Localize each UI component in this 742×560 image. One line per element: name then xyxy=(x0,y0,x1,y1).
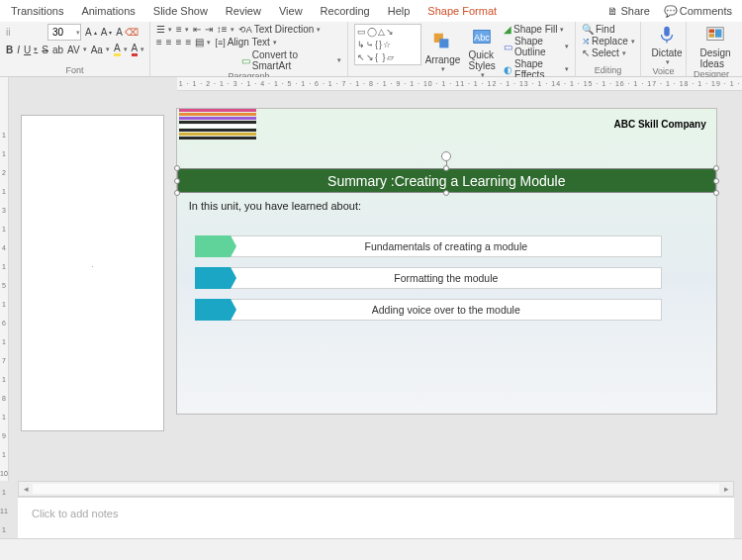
resize-handle[interactable] xyxy=(443,165,449,171)
notes-placeholder: Click to add notes xyxy=(32,508,118,519)
svg-rect-7 xyxy=(709,34,715,38)
slide-thumbnails-panel[interactable]: · xyxy=(9,91,177,481)
intro-text: In this unit, you have learned about: xyxy=(189,200,361,212)
effects-icon: ◐ xyxy=(504,64,512,75)
list-item[interactable]: Formatting the module xyxy=(195,267,662,289)
resize-handle[interactable] xyxy=(713,178,719,184)
font-size-input[interactable]: 30▾ xyxy=(47,24,81,41)
decrease-font-icon[interactable]: A▾ xyxy=(101,27,113,38)
svg-rect-6 xyxy=(709,30,715,34)
item-label: Formatting the module xyxy=(231,267,662,289)
vertical-ruler: 11213141516171819110111112113114115116 xyxy=(0,77,9,481)
horizontal-ruler: 1 · 1 · 2 · 1 · 3 · 1 · 4 · 1 · 5 · 1 · … xyxy=(177,77,742,91)
design-ideas-icon xyxy=(704,24,726,46)
svg-rect-4 xyxy=(664,27,670,37)
slide-thumbnail[interactable]: · xyxy=(21,115,164,431)
char-spacing-button[interactable]: AV xyxy=(67,45,87,55)
status-bar xyxy=(0,538,742,560)
clear-format-icon[interactable]: A⌫ xyxy=(116,27,139,38)
tab-recording[interactable]: Recording xyxy=(312,2,379,20)
bullets-button[interactable]: ☰ xyxy=(156,24,172,35)
align-center-button[interactable]: ≡ xyxy=(166,37,172,47)
group-label-editing: Editing xyxy=(582,65,634,76)
select-button[interactable]: ↖ Select xyxy=(582,47,634,58)
text-direction-button[interactable]: ⟲A Text Direction xyxy=(238,24,322,35)
tab-animations[interactable]: Animations xyxy=(72,2,143,20)
outline-icon: ▭ xyxy=(504,42,512,52)
share-button[interactable]: 🗎Share xyxy=(607,5,649,18)
indent-decrease-button[interactable]: ⇤ xyxy=(193,24,201,35)
tab-help[interactable]: Help xyxy=(379,2,419,20)
comments-button[interactable]: 💬Comments xyxy=(664,5,732,18)
change-case-button[interactable]: Aa xyxy=(91,45,110,55)
item-tag xyxy=(195,299,231,321)
list-item[interactable]: Adding voice over to the module xyxy=(195,299,662,321)
ribbon: ii 30▾ A▴ A▾ A⌫ B I U S ab AV Aa A A Fon… xyxy=(0,22,742,77)
justify-button[interactable]: ≡ xyxy=(186,37,192,47)
paint-bucket-icon: ◢ xyxy=(504,24,511,35)
arrange-button[interactable]: Arrange xyxy=(425,24,461,80)
group-label-font: Font xyxy=(6,65,143,76)
resize-handle[interactable] xyxy=(174,178,180,184)
tab-transitions[interactable]: Transitions xyxy=(2,2,72,20)
find-button[interactable]: 🔍 Find xyxy=(582,24,634,35)
item-label: Fundamentals of creating a module xyxy=(231,235,662,257)
rotate-handle-icon[interactable] xyxy=(441,151,451,161)
tab-view[interactable]: View xyxy=(270,2,312,20)
list-item[interactable]: Fundamentals of creating a module xyxy=(195,235,662,257)
line-spacing-button[interactable]: ↕≡ xyxy=(217,24,234,35)
font-color-button[interactable]: A xyxy=(132,43,145,56)
microphone-icon xyxy=(656,24,678,46)
arrange-icon xyxy=(431,31,453,52)
bold-button[interactable]: B xyxy=(6,45,13,55)
quick-styles-button[interactable]: Abc Quick Styles xyxy=(464,24,500,80)
item-label: Adding voice over to the module xyxy=(231,299,662,321)
logo-image xyxy=(179,109,256,150)
dictate-button[interactable]: Dictate xyxy=(647,24,687,66)
highlight-button[interactable]: A xyxy=(114,43,128,56)
title-shape[interactable]: Summary :Creating a Learning Module xyxy=(177,168,716,193)
notes-pane[interactable]: Click to add notes xyxy=(18,497,734,538)
shape-fill-button[interactable]: ◢ Shape Fill xyxy=(504,24,569,35)
convert-smartart-button[interactable]: ▭ Convert to SmartArt xyxy=(241,49,341,71)
tab-slideshow[interactable]: Slide Show xyxy=(144,2,217,20)
item-tag xyxy=(195,267,231,289)
underline-button[interactable]: U xyxy=(24,45,38,55)
slide-canvas[interactable]: ABC Skill Company Summary :Creating a Le… xyxy=(177,109,716,414)
ribbon-tabs: Transitions Animations Slide Show Review… xyxy=(0,0,742,22)
resize-handle[interactable] xyxy=(174,190,180,196)
resize-handle[interactable] xyxy=(174,165,180,171)
resize-handle[interactable] xyxy=(443,190,449,196)
shape-outline-button[interactable]: ▭ Shape Outline xyxy=(504,36,569,57)
align-right-button[interactable]: ≡ xyxy=(176,37,182,47)
find-icon: 🔍 xyxy=(582,24,594,35)
resize-handle[interactable] xyxy=(713,190,719,196)
tab-review[interactable]: Review xyxy=(217,2,270,20)
horizontal-scrollbar[interactable]: ◂ ▸ xyxy=(18,481,734,497)
strike-button[interactable]: S xyxy=(42,45,48,55)
design-ideas-button[interactable]: Design Ideas xyxy=(693,24,738,69)
group-label-voice: Voice xyxy=(647,66,680,77)
align-text-button[interactable]: [≡] Align Text xyxy=(215,37,276,47)
replace-icon: ⤭ xyxy=(582,36,590,47)
tab-shape-format[interactable]: Shape Format xyxy=(418,2,506,20)
title-text: Summary :Creating a Learning Module xyxy=(327,173,565,189)
resize-handle[interactable] xyxy=(713,165,719,171)
replace-button[interactable]: ⤭ Replace xyxy=(582,36,634,47)
italic-button[interactable]: I xyxy=(17,45,20,55)
item-tag xyxy=(195,235,231,257)
svg-text:Abc: Abc xyxy=(474,32,490,42)
increase-font-icon[interactable]: A▴ xyxy=(85,27,97,38)
svg-rect-1 xyxy=(440,39,449,47)
svg-rect-8 xyxy=(715,30,721,38)
select-icon: ↖ xyxy=(582,47,590,58)
scroll-right-icon[interactable]: ▸ xyxy=(719,484,733,494)
numbering-button[interactable]: ≡ xyxy=(176,24,189,35)
shapes-gallery[interactable]: ▭◯△↘↳⤷{}☆↖↘{ }▱ xyxy=(354,24,421,65)
columns-button[interactable]: ▤ xyxy=(195,37,211,47)
shadow-button[interactable]: ab xyxy=(52,45,63,55)
indent-increase-button[interactable]: ⇥ xyxy=(205,24,213,35)
align-left-button[interactable]: ≡ xyxy=(156,37,162,47)
quick-styles-icon: Abc xyxy=(471,26,493,47)
scroll-left-icon[interactable]: ◂ xyxy=(19,484,33,494)
